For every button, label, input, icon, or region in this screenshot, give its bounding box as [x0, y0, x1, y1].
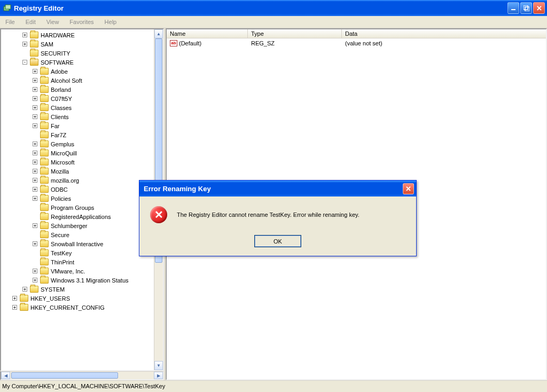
tree-item-label: Mozilla: [51, 168, 69, 175]
expand-icon[interactable]: +: [33, 78, 37, 83]
scroll-down-button[interactable]: ▼: [154, 361, 163, 370]
menu-view[interactable]: View: [41, 17, 65, 27]
expand-icon[interactable]: +: [12, 305, 17, 310]
tree-item[interactable]: +HARDWARE: [1, 30, 154, 40]
tree-item-label: HKEY_USERS: [30, 295, 70, 302]
tree-item[interactable]: Program Groups: [1, 203, 154, 212]
menu-favorites[interactable]: Favorites: [64, 17, 99, 27]
folder-icon: [40, 222, 49, 229]
expand-icon[interactable]: +: [33, 160, 37, 164]
ok-button[interactable]: OK: [254, 235, 301, 247]
tree-item[interactable]: +mozilla.org: [1, 176, 154, 185]
tree-item[interactable]: +ODBC: [1, 185, 154, 194]
folder-icon: [40, 168, 49, 175]
expand-icon[interactable]: +: [33, 178, 37, 183]
expand-icon[interactable]: +: [22, 287, 27, 292]
svg-rect-2: [511, 9, 515, 10]
minimize-button[interactable]: [507, 2, 519, 14]
expand-icon[interactable]: +: [22, 42, 27, 46]
collapse-icon[interactable]: -: [22, 60, 27, 65]
tree-item-label: HKEY_CURRENT_CONFIG: [30, 304, 105, 311]
value-row[interactable]: ab (Default) REG_SZ (value not set): [167, 38, 546, 48]
tree-item[interactable]: +Classes: [1, 103, 154, 112]
tree-item[interactable]: -SOFTWARE: [1, 58, 154, 67]
svg-rect-1: [5, 5, 11, 9]
tree-item[interactable]: +HKEY_CURRENT_CONFIG: [1, 303, 154, 312]
tree-item[interactable]: SECURITY: [1, 49, 154, 58]
dialog-titlebar[interactable]: Error Renaming Key ✕: [139, 181, 416, 197]
tree-item[interactable]: +Policies: [1, 194, 154, 203]
expand-icon[interactable]: +: [33, 169, 37, 174]
tree-item[interactable]: Far7Z: [1, 130, 154, 139]
expand-icon[interactable]: +: [33, 87, 37, 92]
dialog-close-button[interactable]: ✕: [403, 183, 414, 194]
column-data[interactable]: Data: [342, 29, 546, 38]
tree-item[interactable]: Secure: [1, 230, 154, 239]
tree-item-label: SAM: [41, 41, 53, 48]
tree-item[interactable]: +Adobe: [1, 67, 154, 76]
tree-item[interactable]: +C07ft5Y: [1, 94, 154, 103]
scroll-up-button[interactable]: ▲: [154, 29, 163, 38]
expand-icon[interactable]: +: [33, 196, 37, 201]
close-button[interactable]: ✕: [533, 2, 545, 14]
tree-item[interactable]: +SYSTEM: [1, 285, 154, 294]
expand-icon[interactable]: +: [33, 151, 37, 155]
scroll-left-button[interactable]: ◀: [1, 372, 10, 379]
expand-icon[interactable]: +: [33, 241, 37, 246]
tree-item[interactable]: +SAM: [1, 40, 154, 49]
tree-item[interactable]: +MicroQuill: [1, 148, 154, 158]
expand-icon[interactable]: +: [33, 123, 37, 128]
tree-item[interactable]: +Far: [1, 121, 154, 130]
folder-icon: [40, 195, 49, 202]
tree-item[interactable]: ThinPrint: [1, 257, 154, 266]
menu-edit[interactable]: Edit: [20, 17, 41, 27]
tree-item[interactable]: +Gemplus: [1, 139, 154, 148]
hscroll-track[interactable]: [10, 372, 154, 379]
titlebar[interactable]: Registry Editor ✕: [0, 0, 547, 16]
column-name[interactable]: Name: [167, 29, 248, 38]
folder-icon: [40, 249, 49, 256]
maximize-button[interactable]: [520, 2, 532, 14]
tree-item-label: Policies: [51, 195, 71, 202]
tree-item[interactable]: +Clients: [1, 112, 154, 121]
tree-item-label: Program Groups: [51, 205, 94, 211]
tree-item[interactable]: RegisteredApplications: [1, 212, 154, 221]
expand-icon[interactable]: +: [33, 69, 37, 74]
expand-icon[interactable]: +: [22, 33, 27, 37]
tree-horizontal-scrollbar[interactable]: ◀ ▶: [0, 371, 164, 380]
column-type[interactable]: Type: [248, 29, 342, 38]
hscroll-thumb[interactable]: [11, 372, 118, 379]
tree-item[interactable]: +Borland: [1, 85, 154, 94]
tree-item[interactable]: +Microsoft: [1, 158, 154, 167]
tree-item[interactable]: +Snowball Interactive: [1, 239, 154, 248]
folder-icon: [40, 122, 49, 129]
tree-item[interactable]: +Schlumberger: [1, 221, 154, 230]
expand-icon[interactable]: +: [33, 187, 37, 192]
expand-icon[interactable]: +: [33, 105, 37, 110]
tree-item-label: Microsoft: [51, 159, 75, 166]
expand-icon[interactable]: +: [33, 223, 37, 228]
expand-icon[interactable]: +: [33, 96, 37, 101]
svg-rect-4: [525, 7, 529, 11]
expand-icon[interactable]: +: [33, 278, 37, 283]
expand-icon[interactable]: +: [33, 114, 37, 119]
expand-icon[interactable]: +: [33, 142, 37, 146]
tree-item-label: Classes: [51, 105, 72, 111]
tree-item[interactable]: +Alcohol Soft: [1, 76, 154, 85]
value-name: (Default): [179, 40, 201, 46]
tree-item[interactable]: +HKEY_USERS: [1, 294, 154, 303]
menu-help[interactable]: Help: [99, 17, 122, 27]
tree-item-label: mozilla.org: [51, 177, 79, 184]
scroll-right-button[interactable]: ▶: [154, 372, 163, 379]
folder-icon: [40, 258, 49, 265]
tree-item[interactable]: +Mozilla: [1, 167, 154, 176]
tree-item[interactable]: +Windows 3.1 Migration Status: [1, 276, 154, 285]
menu-file[interactable]: File: [0, 17, 20, 27]
expand-icon[interactable]: +: [33, 269, 37, 273]
tree-item[interactable]: +VMware, Inc.: [1, 266, 154, 276]
tree-item-label: SOFTWARE: [41, 59, 74, 66]
tree-item-label: SECURITY: [41, 50, 71, 57]
tree-item[interactable]: TestKey: [1, 248, 154, 257]
expand-icon[interactable]: +: [12, 296, 17, 301]
folder-icon: [40, 86, 49, 93]
